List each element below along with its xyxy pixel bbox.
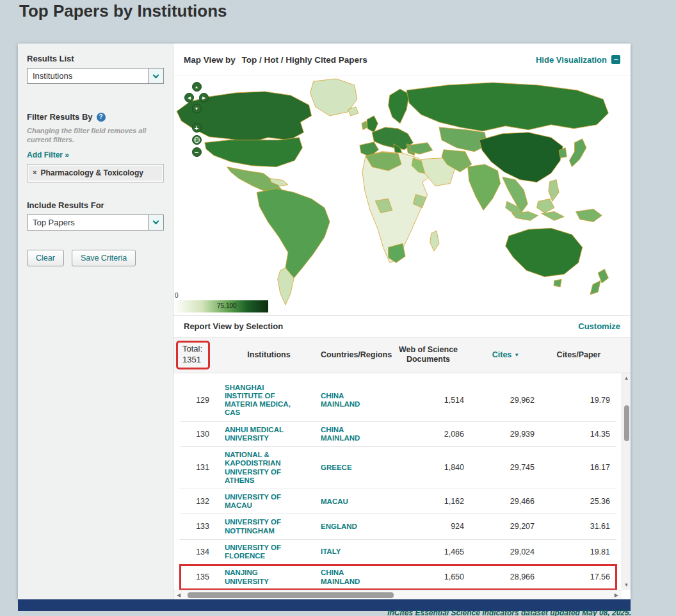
total-label: Total: [182,344,202,355]
institution-link[interactable]: ANHUI MEDICAL UNIVERSITY [225,426,313,442]
documents-cell: 924 [386,514,471,539]
rank-cell: 135 [180,565,221,590]
horizontal-scroll-thumb[interactable] [188,592,394,598]
cites-per-paper-cell: 19.79 [541,380,616,421]
map-view-label: Map View by [184,55,236,65]
scroll-down-icon[interactable]: ▼ [622,582,631,588]
help-icon[interactable]: ? [97,113,106,122]
column-header-institutions[interactable]: Institutions [221,350,317,360]
clear-button[interactable]: Clear [27,250,64,266]
globe-reset-button[interactable] [192,135,202,145]
rank-cell: 129 [180,380,221,421]
report-table-container: 129 SHANGHAI INSTITUTE OF MATERIA MEDICA… [173,373,631,590]
pan-right-button[interactable]: ▶ [199,93,209,102]
column-header-documents[interactable]: Web of Science Documents [386,345,471,364]
chevron-down-icon [153,218,159,225]
table-row[interactable]: 130 ANHUI MEDICAL UNIVERSITY CHINA MAINL… [180,421,616,446]
cites-per-paper-cell: 16.17 [541,447,616,489]
main-content: Map View by Top / Hot / Highly Cited Pap… [173,44,631,599]
horizontal-scrollbar[interactable]: ◀ ▶ [173,590,622,599]
scroll-right-icon[interactable]: ▶ [615,592,618,598]
pan-left-button[interactable]: ◀ [184,93,194,102]
country-cell: CHINA MAINLAND [317,421,386,446]
vertical-scroll-thumb[interactable] [624,405,629,441]
country-cell: ENGLAND [317,514,386,539]
app-panel: Results List Institutions Filter Results… [18,44,631,599]
cites-cell: 29,466 [471,489,541,514]
results-list-label: Results List [27,54,164,63]
include-results-dropdown-button[interactable] [148,215,163,230]
save-criteria-button[interactable]: Save Criteria [72,250,136,266]
table-row[interactable]: 132 UNIVERSITY OF MACAU MACAU 1,162 29,4… [180,489,616,514]
cites-per-paper-cell: 14.35 [541,421,616,446]
documents-cell: 1,650 [386,565,471,590]
collapse-minus-icon[interactable]: − [611,55,620,64]
cites-cell: 28,966 [471,565,541,590]
country-cell: CHINA MAINLAND [317,565,386,590]
table-row[interactable]: 135 NANJING UNIVERSITY CHINA MAINLAND 1,… [180,565,616,590]
zoom-in-button[interactable]: + [192,123,202,133]
results-list-value: Institutions [28,71,77,81]
rank-cell: 131 [180,447,221,489]
institution-link[interactable]: UNIVERSITY OF NOTTINGHAM [225,518,313,535]
institution-link[interactable]: NATIONAL & KAPODISTRIAN UNIVERSITY OF AT… [225,451,313,485]
results-list-dropdown[interactable]: Institutions [27,68,164,84]
world-map-choropleth[interactable] [173,76,631,315]
column-header-countries[interactable]: Countries/Regions [317,350,386,360]
results-list-dropdown-button[interactable] [148,69,163,83]
scroll-left-icon[interactable]: ◀ [177,592,181,598]
institution-link[interactable]: SHANGHAI INSTITUTE OF MATERIA MEDICA, CA… [225,384,313,417]
sidebar: Results List Institutions Filter Results… [18,44,173,599]
documents-cell: 1,465 [386,539,471,564]
column-header-cites[interactable]: Cites ▼ [471,350,541,359]
customize-link[interactable]: Customize [578,321,620,331]
table-row[interactable]: 131 NATIONAL & KAPODISTRIAN UNIVERSITY O… [180,447,616,489]
report-table-body: 129 SHANGHAI INSTITUTE OF MATERIA MEDICA… [180,380,616,590]
table-row[interactable]: 133 UNIVERSITY OF NOTTINGHAM ENGLAND 924… [180,514,616,539]
documents-cell: 2,086 [386,421,471,446]
rank-cell: 134 [180,539,221,564]
pan-down-button[interactable]: ▼ [192,104,202,113]
column-header-cites-per-paper[interactable]: Cites/Paper [541,350,616,360]
pan-up-button[interactable]: ▲ [192,82,202,92]
include-results-dropdown[interactable]: Top Papers [27,215,164,231]
institution-link[interactable]: NANJING UNIVERSITY [225,569,313,585]
cites-per-paper-cell: 25.36 [541,489,616,514]
zoom-out-button[interactable]: − [192,147,202,157]
page-title: Top Papers by Institutions [19,1,227,21]
cites-cell: 29,745 [471,447,541,489]
table-row[interactable]: 134 UNIVERSITY OF FLORENCE ITALY 1,465 2… [180,539,616,564]
cites-per-paper-cell: 31.61 [541,514,616,539]
vertical-scrollbar[interactable]: ▲ ▼ [622,373,631,590]
remove-filter-icon[interactable]: × [33,168,36,178]
table-row[interactable]: 129 SHANGHAI INSTITUTE OF MATERIA MEDICA… [180,380,616,421]
scroll-up-icon[interactable]: ▲ [622,375,631,381]
add-filter-link[interactable]: Add Filter » [27,150,69,159]
report-view-title: Report View by Selection [184,321,283,331]
filter-by-label: Filter Results By [27,112,93,122]
legend-max-label: 75,100 [217,302,237,309]
institution-link[interactable]: UNIVERSITY OF FLORENCE [225,544,313,560]
country-cell: ITALY [317,539,386,564]
report-table: 129 SHANGHAI INSTITUTE OF MATERIA MEDICA… [180,380,616,590]
documents-cell: 1,162 [386,489,471,514]
rank-cell: 133 [180,514,221,539]
cites-cell: 29,962 [471,380,541,421]
map-controls: ▲ ◀ ▶ ▼ + − [184,81,209,158]
documents-cell: 1,514 [386,380,471,421]
documents-cell: 1,840 [386,447,471,489]
map-view-header: Map View by Top / Hot / Highly Cited Pap… [173,44,631,76]
filter-chip-label: Pharmacology & Toxicology [40,168,143,178]
table-header-row: Total: 1351 Institutions Countries/Regio… [173,337,631,373]
sort-descending-icon: ▼ [514,352,519,358]
filter-note: Changing the filter field removes all cu… [27,126,164,145]
include-results-value: Top Papers [28,218,80,227]
total-annotation-box: Total: 1351 [176,341,210,369]
hide-visualization-link[interactable]: Hide Visualization − [536,55,620,65]
filter-chip[interactable]: × Pharmacology & Toxicology [27,164,164,182]
dataset-update-note: InCites Essential Science Indicators dat… [387,608,631,616]
legend-min-label: 0 [175,292,268,299]
institution-link[interactable]: UNIVERSITY OF MACAU [225,493,313,510]
total-value: 1351 [182,355,202,366]
chevron-down-icon [153,72,159,78]
